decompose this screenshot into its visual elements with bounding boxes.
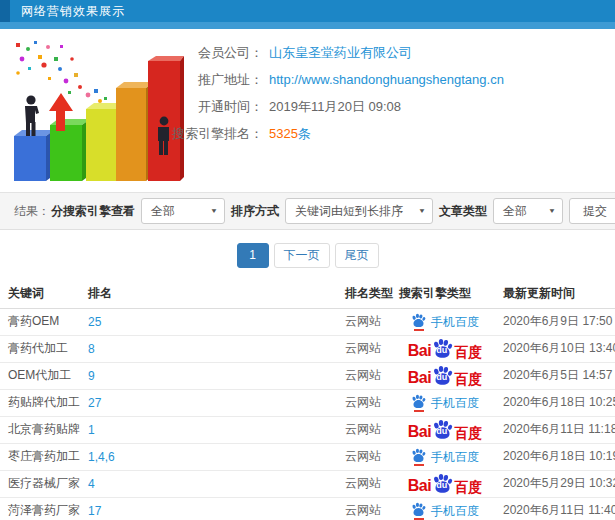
pagination: 1 下一页 尾页: [0, 230, 615, 280]
keyword-text: 北京膏药贴牌: [0, 416, 80, 443]
field-open-time: 开通时间： 2019年11月20日 09:08: [148, 93, 504, 120]
keyword-text: 膏药OEM: [0, 308, 80, 335]
rank-link[interactable]: 8: [88, 342, 95, 356]
field-url: 推广地址： http://www.shandonghuangshengtang.…: [148, 66, 504, 93]
rank-type-text: 云网站: [337, 362, 395, 389]
col-header-engine-type: 搜索引擎类型: [395, 280, 495, 308]
table-row: 膏药OEM25云网站手机百度2020年6月9日 17:50: [0, 308, 615, 335]
page-title: 网络营销效果展示: [0, 0, 615, 22]
rank-link[interactable]: 4: [88, 477, 95, 491]
mobile-baidu-icon: 手机百度: [411, 448, 479, 466]
updated-time-text: 2020年6月18日 10:19: [495, 443, 615, 470]
member-info-section: 会员公司： 山东皇圣堂药业有限公司 推广地址： http://www.shand…: [0, 29, 615, 192]
table-row: 枣庄膏药加工1,4,6云网站手机百度2020年6月18日 10:19: [0, 443, 615, 470]
baidu-paw-icon: [411, 448, 426, 466]
baidu-paw-icon: du: [432, 365, 453, 386]
col-header-keyword: 关键词: [0, 280, 80, 308]
submit-button[interactable]: 提交: [569, 198, 615, 224]
table-body: 膏药OEM25云网站手机百度2020年6月9日 17:50膏药代加工8云网站Ba…: [0, 308, 615, 520]
mobile-baidu-icon: 手机百度: [411, 502, 479, 520]
engine-select[interactable]: 全部 ▼: [141, 198, 225, 224]
engine-filter-label: 分搜索引擎查看: [51, 203, 135, 220]
next-page-button[interactable]: 下一页: [274, 243, 330, 268]
updated-time-text: 2020年6月18日 10:25: [495, 389, 615, 416]
page-header: 网络营销效果展示: [0, 0, 615, 22]
col-header-rank-type: 排名类型: [337, 280, 395, 308]
sort-select[interactable]: 关键词由短到长排序 ▼: [285, 198, 433, 224]
page-button-current[interactable]: 1: [237, 243, 269, 268]
updated-time-text: 2020年5月29日 10:32: [495, 470, 615, 497]
last-page-button[interactable]: 尾页: [335, 243, 379, 268]
baidu-paw-icon: du: [432, 419, 453, 440]
rank-link[interactable]: 9: [88, 369, 95, 383]
baidu-logo-icon: Baidu百度: [408, 365, 482, 386]
keyword-text: OEM代加工: [0, 362, 80, 389]
updated-time-text: 2020年6月5日 14:57: [495, 362, 615, 389]
updated-time-text: 2020年6月10日 13:40: [495, 335, 615, 362]
company-link[interactable]: 山东皇圣堂药业有限公司: [269, 44, 412, 62]
sort-select-value: 关键词由短到长排序: [295, 203, 403, 220]
rank-link[interactable]: 1: [88, 423, 95, 437]
result-label: 结果：: [14, 203, 50, 220]
keyword-text: 菏泽膏药厂家: [0, 497, 80, 520]
table-row: 医疗器械厂家4云网站Baidu百度2020年5月29日 10:32: [0, 470, 615, 497]
header-sub-stripe: [0, 22, 615, 29]
article-type-label: 文章类型: [439, 203, 487, 220]
rank-link[interactable]: 1,4,6: [88, 450, 115, 464]
baidu-paw-icon: du: [432, 338, 453, 359]
filter-bar: 结果： 分搜索引擎查看 全部 ▼ 排序方式 关键词由短到长排序 ▼ 文章类型 全…: [0, 192, 615, 230]
col-header-rank: 排名: [80, 280, 337, 308]
keyword-text: 膏药代加工: [0, 335, 80, 362]
rank-type-text: 云网站: [337, 416, 395, 443]
field-company: 会员公司： 山东皇圣堂药业有限公司: [148, 39, 504, 66]
field-rank-count: 搜索引擎排名： 5325 条: [148, 120, 504, 147]
mobile-baidu-icon: 手机百度: [411, 313, 479, 331]
promotion-url-link[interactable]: http://www.shandonghuangshengtang.cn: [269, 72, 504, 87]
member-info-fields: 会员公司： 山东皇圣堂药业有限公司 推广地址： http://www.shand…: [148, 39, 504, 147]
baidu-logo-icon: Baidu百度: [408, 338, 482, 359]
table-row: OEM代加工9云网站Baidu百度2020年6月5日 14:57: [0, 362, 615, 389]
baidu-paw-icon: du: [432, 473, 453, 494]
open-time-label: 开通时间：: [148, 98, 263, 116]
rank-count-suffix: 条: [298, 125, 311, 143]
table-row: 北京膏药贴牌1云网站Baidu百度2020年6月11日 11:18: [0, 416, 615, 443]
rank-link[interactable]: 25: [88, 315, 101, 329]
table-header-row: 关键词 排名 排名类型 搜索引擎类型 最新更新时间: [0, 280, 615, 308]
rank-link[interactable]: 27: [88, 396, 101, 410]
company-label: 会员公司：: [148, 44, 263, 62]
mobile-baidu-icon: 手机百度: [411, 394, 479, 412]
baidu-paw-icon: [411, 502, 426, 520]
baidu-paw-icon: [411, 313, 426, 331]
updated-time-text: 2020年6月11日 11:40: [495, 497, 615, 520]
bar-blue: [14, 130, 54, 181]
businessman-left: [25, 95, 39, 136]
baidu-logo-icon: Baidu百度: [408, 473, 482, 494]
rank-type-text: 云网站: [337, 335, 395, 362]
table-row: 菏泽膏药厂家17云网站手机百度2020年6月11日 11:40: [0, 497, 615, 520]
engine-select-value: 全部: [151, 203, 175, 220]
chevron-down-icon: ▼: [210, 207, 218, 214]
baidu-paw-icon: [411, 394, 426, 412]
table-row: 药贴牌代加工27云网站手机百度2020年6月18日 10:25: [0, 389, 615, 416]
updated-time-text: 2020年6月9日 17:50: [495, 308, 615, 335]
keyword-text: 药贴牌代加工: [0, 389, 80, 416]
rank-type-text: 云网站: [337, 389, 395, 416]
rank-type-text: 云网站: [337, 497, 395, 520]
article-type-select[interactable]: 全部 ▼: [493, 198, 563, 224]
rank-link[interactable]: 17: [88, 504, 101, 518]
open-time-value: 2019年11月20日 09:08: [269, 98, 401, 116]
sort-filter-label: 排序方式: [231, 203, 279, 220]
url-label: 推广地址：: [148, 71, 263, 89]
article-type-select-value: 全部: [503, 203, 527, 220]
chevron-down-icon: ▼: [418, 207, 426, 214]
keyword-text: 枣庄膏药加工: [0, 443, 80, 470]
rank-type-text: 云网站: [337, 470, 395, 497]
baidu-logo-icon: Baidu百度: [408, 419, 482, 440]
header-left-stripe: [0, 0, 10, 22]
updated-time-text: 2020年6月11日 11:18: [495, 416, 615, 443]
results-table: 关键词 排名 排名类型 搜索引擎类型 最新更新时间 膏药OEM25云网站手机百度…: [0, 280, 615, 520]
rank-type-text: 云网站: [337, 308, 395, 335]
table-row: 膏药代加工8云网站Baidu百度2020年6月10日 13:40: [0, 335, 615, 362]
chevron-down-icon: ▼: [548, 207, 556, 214]
rank-type-text: 云网站: [337, 443, 395, 470]
